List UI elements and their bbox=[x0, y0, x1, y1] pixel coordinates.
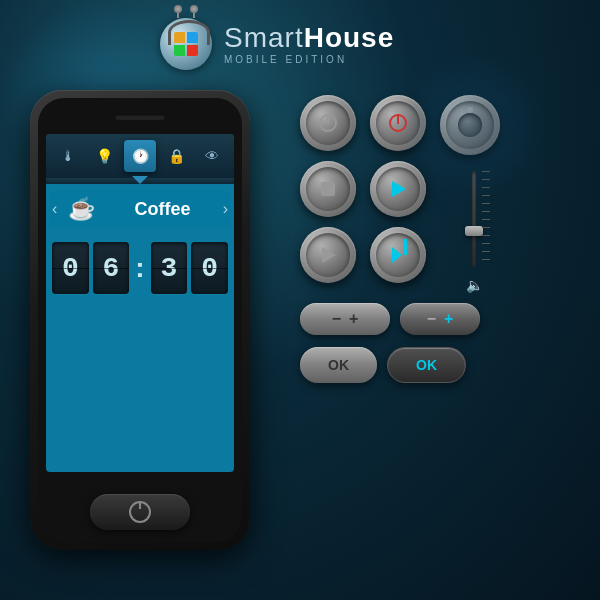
plus-cyan-icon: + bbox=[444, 310, 453, 328]
minus-plus-cyan-button[interactable]: − + bbox=[400, 303, 480, 335]
play-inner bbox=[306, 233, 350, 277]
nav-indicator bbox=[46, 178, 234, 184]
slider-control[interactable]: 🔈 bbox=[459, 163, 489, 293]
brand-name: SmartHouse bbox=[224, 23, 394, 54]
power-off-inner bbox=[306, 101, 350, 145]
power-on-inner bbox=[376, 101, 420, 145]
volume-icon: 🔈 bbox=[466, 277, 483, 293]
clock-display: 0 6 : 3 0 bbox=[46, 234, 234, 302]
bulb-icon: 💡 bbox=[96, 148, 113, 164]
panel-arrow-left[interactable]: ‹ bbox=[52, 200, 57, 218]
phone-power-button[interactable] bbox=[90, 494, 190, 530]
nav-tabs: 🌡 💡 🕐 🔒 👁 bbox=[46, 134, 234, 178]
logo-antennas bbox=[170, 8, 202, 18]
ok-row: OK OK bbox=[300, 347, 570, 383]
phone-power-icon bbox=[129, 501, 151, 523]
clock-m2: 0 bbox=[191, 242, 228, 294]
power-off-button[interactable] bbox=[300, 95, 356, 151]
play-cyan-button[interactable] bbox=[370, 161, 426, 217]
header: SmartHouse MOBILE EDITION bbox=[160, 18, 394, 70]
thermo-icon: 🌡 bbox=[61, 148, 75, 164]
brand-name-bold: House bbox=[304, 22, 395, 53]
lock-icon: 🔒 bbox=[168, 148, 185, 164]
win-quad-2 bbox=[187, 32, 198, 43]
knob-control[interactable] bbox=[440, 95, 500, 155]
coffee-icon: ☕ bbox=[68, 196, 95, 222]
nav-tab-thermo[interactable]: 🌡 bbox=[52, 140, 84, 172]
stop-inner bbox=[306, 167, 350, 211]
clock-h2: 6 bbox=[93, 242, 130, 294]
pill-row-1: − + − + bbox=[300, 303, 570, 335]
play-button[interactable] bbox=[300, 227, 356, 283]
nav-tab-clock[interactable]: 🕐 bbox=[124, 140, 156, 172]
ok-outline-label: OK bbox=[416, 357, 437, 373]
phone-outer: 🌡 💡 🕐 🔒 👁 bbox=[30, 90, 250, 550]
minus-plus-grey-button[interactable]: − + bbox=[300, 303, 390, 335]
win-quad-1 bbox=[174, 32, 185, 43]
clock-colon: : bbox=[133, 242, 146, 294]
panel-arrow-right[interactable]: › bbox=[223, 200, 228, 218]
nav-tab-bulb[interactable]: 💡 bbox=[88, 140, 120, 172]
brand-subtitle: MOBILE EDITION bbox=[224, 54, 394, 65]
forward-cyan-inner bbox=[376, 233, 420, 277]
phone-power-area bbox=[90, 494, 190, 530]
nav-indicator-triangle bbox=[132, 176, 148, 184]
phone-speaker bbox=[115, 114, 165, 120]
ok-filled-label: OK bbox=[328, 357, 349, 373]
minus-cyan-icon: − bbox=[427, 310, 436, 328]
nav-tab-eye[interactable]: 👁 bbox=[196, 140, 228, 172]
ok-filled-button[interactable]: OK bbox=[300, 347, 377, 383]
forward-cyan-button[interactable] bbox=[370, 227, 426, 283]
coffee-label: Coffee bbox=[103, 199, 222, 220]
brand-text: SmartHouse MOBILE EDITION bbox=[224, 23, 394, 65]
clock-m1: 3 bbox=[151, 242, 188, 294]
controls-area: 🔈 − + − + OK OK bbox=[300, 95, 570, 383]
knob-dot bbox=[467, 107, 473, 113]
win-quad-3 bbox=[174, 45, 185, 56]
phone-screen: 🌡 💡 🕐 🔒 👁 bbox=[46, 134, 234, 472]
clock-h1: 0 bbox=[52, 242, 89, 294]
logo-windows-icon bbox=[174, 32, 198, 56]
win-quad-4 bbox=[187, 45, 198, 56]
eye-icon: 👁 bbox=[205, 148, 219, 164]
plus-grey-icon: + bbox=[349, 310, 358, 328]
power-on-button[interactable] bbox=[370, 95, 426, 151]
logo-ball bbox=[160, 18, 212, 70]
play-cyan-inner bbox=[376, 167, 420, 211]
knob-inner bbox=[446, 101, 494, 149]
ok-outline-button[interactable]: OK bbox=[387, 347, 466, 383]
slider-thumb[interactable] bbox=[465, 226, 483, 236]
antenna-left bbox=[177, 8, 179, 18]
slider-track bbox=[472, 171, 476, 267]
antenna-right bbox=[193, 8, 195, 18]
brand-name-light: Smart bbox=[224, 22, 304, 53]
stop-button[interactable] bbox=[300, 161, 356, 217]
clock-icon: 🕐 bbox=[132, 148, 149, 164]
phone-inner: 🌡 💡 🕐 🔒 👁 bbox=[38, 98, 242, 542]
phone-container: 🌡 💡 🕐 🔒 👁 bbox=[30, 90, 250, 550]
minus-grey-icon: − bbox=[332, 310, 341, 328]
nav-tab-lock[interactable]: 🔒 bbox=[160, 140, 192, 172]
coffee-panel: ‹ ☕ Coffee › bbox=[50, 190, 230, 228]
